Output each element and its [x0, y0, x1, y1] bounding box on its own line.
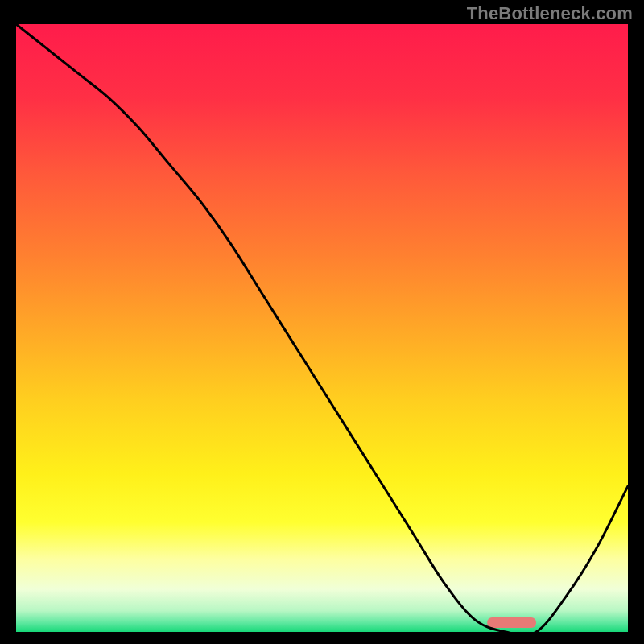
chart-svg: [16, 24, 628, 632]
optimal-marker: [487, 617, 536, 628]
watermark-text: TheBottleneck.com: [467, 3, 633, 24]
gradient-background: [16, 24, 628, 632]
chart-frame: TheBottleneck.com: [0, 0, 644, 644]
plot-area: [16, 24, 628, 632]
